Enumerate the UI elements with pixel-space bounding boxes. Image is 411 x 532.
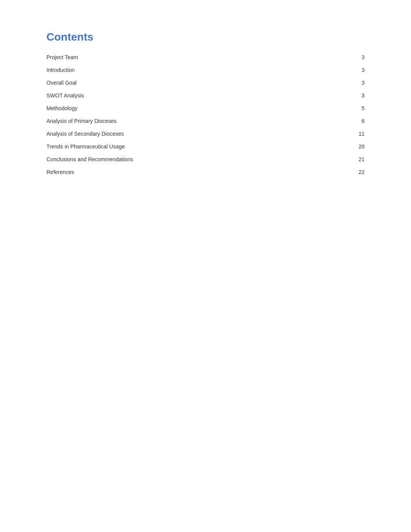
toc-row: Trends in Pharmaceutical Usage20 — [46, 140, 365, 153]
toc-item-page: 20 — [349, 140, 365, 153]
toc-row: Methodology5 — [46, 102, 365, 115]
toc-item-page: 3 — [349, 77, 365, 89]
toc-item-label[interactable]: Trends in Pharmaceutical Usage — [46, 140, 349, 153]
toc-row: References22 — [46, 166, 365, 179]
toc-table: Project Team3Introduction3Overall Goal3S… — [46, 51, 365, 179]
toc-item-page: 3 — [349, 89, 365, 102]
toc-item-page: 3 — [349, 64, 365, 77]
toc-item-label[interactable]: Project Team — [46, 51, 349, 64]
toc-item-page: 6 — [349, 115, 365, 128]
toc-row: SWOT Analysis3 — [46, 89, 365, 102]
toc-row: Analysis of Secondary Dioceses11 — [46, 128, 365, 140]
toc-item-label[interactable]: Conclusions and Recommendations — [46, 153, 349, 166]
toc-item-page: 3 — [349, 51, 365, 64]
toc-row: Project Team3 — [46, 51, 365, 64]
toc-item-page: 21 — [349, 153, 365, 166]
toc-item-label[interactable]: Methodology — [46, 102, 349, 115]
toc-row: Overall Goal3 — [46, 77, 365, 89]
toc-item-page: 11 — [349, 128, 365, 140]
toc-item-page: 22 — [349, 166, 365, 179]
toc-item-label[interactable]: Analysis of Primary Dioceses — [46, 115, 349, 128]
page-container: Contents Project Team3Introduction3Overa… — [0, 0, 411, 532]
toc-item-label[interactable]: Overall Goal — [46, 77, 349, 89]
toc-item-label[interactable]: Introduction — [46, 64, 349, 77]
toc-row: Analysis of Primary Dioceses6 — [46, 115, 365, 128]
contents-title: Contents — [46, 31, 365, 43]
toc-row: Conclusions and Recommendations21 — [46, 153, 365, 166]
toc-item-label[interactable]: Analysis of Secondary Dioceses — [46, 128, 349, 140]
toc-item-label[interactable]: SWOT Analysis — [46, 89, 349, 102]
toc-item-page: 5 — [349, 102, 365, 115]
toc-item-label[interactable]: References — [46, 166, 349, 179]
toc-row: Introduction3 — [46, 64, 365, 77]
